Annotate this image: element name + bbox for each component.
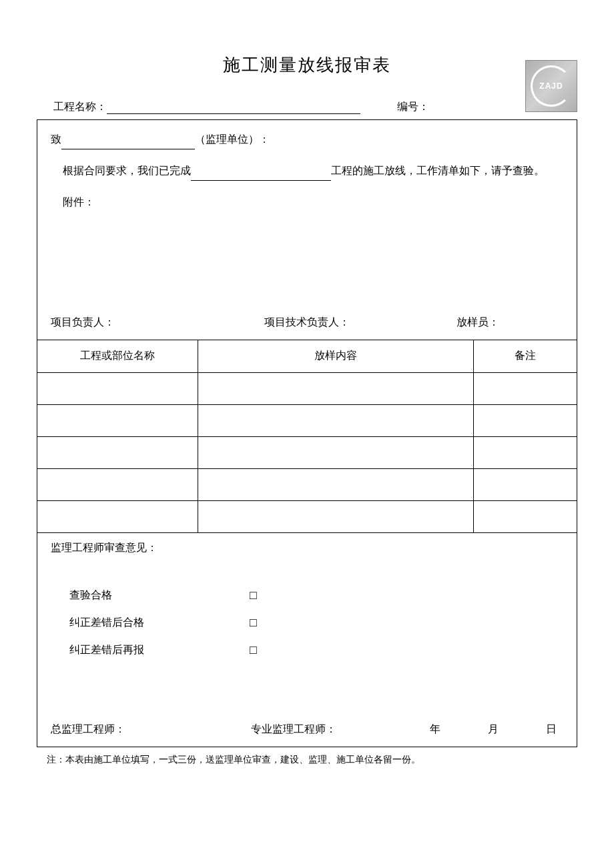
to-suffix: （监理单位）： <box>195 133 270 145</box>
table-cell[interactable] <box>198 372 473 404</box>
table-cell[interactable] <box>37 404 198 436</box>
table-cell[interactable] <box>37 500 198 532</box>
form-frame: 致（监理单位）： 根据合同要求，我们已完成工程的施工放线，工作清单如下，请予查验… <box>37 119 577 747</box>
to-prefix: 致 <box>51 133 61 145</box>
table-cell[interactable] <box>37 468 198 500</box>
table-cell[interactable] <box>198 436 473 468</box>
table-cell[interactable] <box>37 436 198 468</box>
tech-manager-label: 项目技术负责人： <box>264 316 456 330</box>
project-manager-label: 项目负责人： <box>51 316 264 330</box>
opt-correct-pass-label: 纠正差错后合格 <box>69 616 250 630</box>
logo-stamp: ZAJD <box>525 60 577 112</box>
table-cell[interactable] <box>37 372 198 404</box>
th-remark: 备注 <box>473 340 577 372</box>
opt-pass-label: 查验合格 <box>69 588 250 602</box>
th-name: 工程或部位名称 <box>37 340 198 372</box>
supervisor-unit-field[interactable] <box>61 136 195 149</box>
checkbox-pass[interactable]: □ <box>250 588 257 602</box>
date-month: 月 <box>488 723 499 737</box>
opinion-title: 监理工程师审查意见： <box>51 541 563 555</box>
table-cell[interactable] <box>198 404 473 436</box>
footnote: 注：本表由施工单位填写，一式三份，送监理单位审查，建设、监理、施工单位各留一份。 <box>37 747 577 766</box>
body-suffix: 工程的施工放线，工作清单如下，请予查验。 <box>331 165 545 176</box>
work-list-table: 工程或部位名称 放样内容 备注 <box>37 340 577 533</box>
table-cell[interactable] <box>473 436 577 468</box>
section-submission: 致（监理单位）： 根据合同要求，我们已完成工程的施工放线，工作清单如下，请予查验… <box>37 120 577 340</box>
checkbox-resubmit[interactable]: □ <box>250 643 257 657</box>
table-cell[interactable] <box>198 468 473 500</box>
project-scope-field[interactable] <box>191 167 331 181</box>
opt-resubmit-label: 纠正差错后再报 <box>69 643 250 657</box>
table-cell[interactable] <box>473 372 577 404</box>
page-title: 施工测量放线报审表 <box>223 55 391 75</box>
attachment-label: 附件： <box>63 196 95 207</box>
project-name-label: 工程名称： <box>53 101 107 112</box>
number-label: 编号： <box>397 101 429 112</box>
pro-engineer-label: 专业监理工程师： <box>251 723 430 737</box>
th-content: 放样内容 <box>198 340 473 372</box>
date-year: 年 <box>430 723 440 737</box>
table-cell[interactable] <box>198 500 473 532</box>
checkbox-correct-pass[interactable]: □ <box>250 616 257 630</box>
project-name-field[interactable] <box>107 101 360 114</box>
table-cell[interactable] <box>473 468 577 500</box>
chief-engineer-label: 总监理工程师： <box>51 723 251 737</box>
table-cell[interactable] <box>473 500 577 532</box>
body-prefix: 根据合同要求，我们已完成 <box>63 165 191 176</box>
table-cell[interactable] <box>473 404 577 436</box>
surveyor-label: 放样员： <box>456 316 563 330</box>
logo-text: ZAJD <box>531 65 572 107</box>
section-opinion: 监理工程师审查意见： 查验合格 □ 纠正差错后合格 □ 纠正差错后再报 □ 总监… <box>37 533 577 747</box>
date-day: 日 <box>546 723 557 737</box>
